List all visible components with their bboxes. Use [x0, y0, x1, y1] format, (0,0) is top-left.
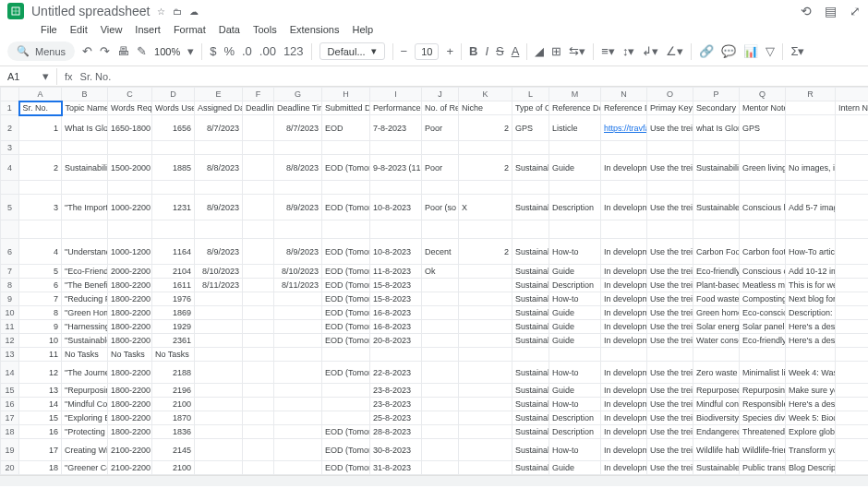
cell[interactable]: Water conservati: [693, 334, 740, 348]
cell[interactable]: EOD: [322, 115, 370, 141]
cell[interactable]: No Tasks: [62, 348, 108, 362]
cell[interactable]: Wildlife-friendly l: [740, 439, 786, 461]
cell[interactable]: [459, 220, 512, 239]
col-header[interactable]: S: [836, 88, 869, 101]
cell[interactable]: [274, 348, 322, 362]
cell[interactable]: [459, 439, 512, 461]
col-header[interactable]: F: [243, 88, 274, 101]
cell[interactable]: Reference Docum: [549, 101, 601, 115]
cell[interactable]: [195, 362, 243, 384]
cell[interactable]: Solar panel insta: [740, 320, 786, 334]
cell[interactable]: "The Importance: [62, 195, 108, 220]
cell[interactable]: EOD (Tomorrow: [322, 265, 370, 279]
cell[interactable]: 1800-2200: [108, 384, 152, 398]
cell[interactable]: Sustainable choic: [693, 195, 740, 220]
cell[interactable]: Sustainability: [512, 384, 549, 398]
cell[interactable]: 18: [19, 461, 62, 475]
cell[interactable]: "Protecting Enda: [62, 425, 108, 439]
cell[interactable]: In development: [601, 425, 647, 439]
cell[interactable]: EOD (Tomorrow: [322, 439, 370, 461]
cell[interactable]: 1500-2000: [108, 155, 152, 181]
cell[interactable]: [243, 306, 274, 320]
cell[interactable]: [422, 348, 459, 362]
cell[interactable]: "Eco-Friendly Shi: [62, 265, 108, 279]
cell[interactable]: 9: [19, 320, 62, 334]
cell[interactable]: 17: [19, 439, 62, 461]
cell[interactable]: [62, 220, 108, 239]
row-header[interactable]: 17: [1, 411, 19, 425]
cell[interactable]: [108, 181, 152, 195]
cell[interactable]: 30-8-2023: [370, 439, 422, 461]
cell[interactable]: [370, 348, 422, 362]
cell[interactable]: Intern Notes: [836, 101, 869, 115]
cell[interactable]: [836, 411, 869, 425]
cell[interactable]: In development: [601, 239, 647, 265]
cell[interactable]: Sustainability: [512, 265, 549, 279]
horizontal-scrollbar[interactable]: [0, 475, 868, 486]
cell[interactable]: [836, 384, 869, 398]
cell[interactable]: [549, 141, 601, 155]
cell[interactable]: How-to: [549, 398, 601, 411]
paint-icon[interactable]: ✎: [137, 44, 147, 58]
cell[interactable]: In development: [601, 362, 647, 384]
cell[interactable]: Mindful consump: [693, 398, 740, 411]
cell[interactable]: [836, 181, 869, 195]
cell[interactable]: Use the treillage: [647, 425, 693, 439]
cell[interactable]: [422, 398, 459, 411]
cell[interactable]: 15-8-2023: [370, 279, 422, 292]
cell[interactable]: Add 5-7 images, add 2-4 external links. …: [786, 195, 836, 220]
cell[interactable]: 1869: [152, 306, 195, 320]
col-header[interactable]: D: [152, 88, 195, 101]
cell[interactable]: [693, 181, 740, 195]
cell[interactable]: [512, 181, 549, 195]
cell[interactable]: Repurposed hom: [693, 384, 740, 398]
cell[interactable]: [322, 181, 370, 195]
cell[interactable]: [108, 220, 152, 239]
cell[interactable]: Sustainability: [512, 334, 549, 348]
cell[interactable]: [836, 334, 869, 348]
fill-icon[interactable]: ◢: [535, 44, 544, 58]
col-header[interactable]: J: [422, 88, 459, 101]
cell[interactable]: In development: [601, 195, 647, 220]
cell-ref[interactable]: A1: [7, 71, 35, 82]
cell[interactable]: Sustainability: [512, 279, 549, 292]
cell[interactable]: [370, 141, 422, 155]
cell[interactable]: [422, 279, 459, 292]
cell[interactable]: 2196: [152, 384, 195, 398]
cell[interactable]: Responsible con: [740, 398, 786, 411]
cell[interactable]: In development: [601, 320, 647, 334]
cell[interactable]: Poor (so much n: [422, 195, 459, 220]
row-header[interactable]: [1, 220, 19, 239]
cell[interactable]: [19, 181, 62, 195]
cell[interactable]: 1: [1, 101, 19, 115]
cell[interactable]: [322, 411, 370, 425]
cell[interactable]: Use the treillage: [647, 279, 693, 292]
row-header[interactable]: 2: [1, 115, 19, 141]
col-header[interactable]: G: [274, 88, 322, 101]
cell[interactable]: [243, 334, 274, 348]
cell[interactable]: 3: [19, 195, 62, 220]
cell[interactable]: In development: [601, 334, 647, 348]
cell[interactable]: EOD (Tomorrow: [322, 362, 370, 384]
strike-icon[interactable]: S: [496, 44, 504, 58]
cell[interactable]: 11: [19, 348, 62, 362]
cell[interactable]: In development: [601, 265, 647, 279]
cell[interactable]: Use the treillage: [647, 411, 693, 425]
search-menus[interactable]: 🔍Menus: [7, 42, 75, 61]
cell[interactable]: In development: [601, 306, 647, 320]
filter-icon[interactable]: ▽: [766, 44, 775, 58]
cell[interactable]: [459, 362, 512, 384]
cell[interactable]: Niche: [459, 101, 512, 115]
dec-decrease-icon[interactable]: .0: [242, 44, 252, 58]
cell[interactable]: Guide: [549, 155, 601, 181]
cell[interactable]: 1800-2200: [108, 292, 152, 306]
cell[interactable]: Zero waste living: [693, 362, 740, 384]
cell[interactable]: Sustainability, Ec: [693, 155, 740, 181]
cell[interactable]: [422, 306, 459, 320]
cell[interactable]: [243, 239, 274, 265]
row-header[interactable]: 12: [1, 334, 19, 348]
cell[interactable]: [152, 181, 195, 195]
cell[interactable]: 8/8/2023: [274, 155, 322, 181]
cell[interactable]: Here's a description: Develop a consciou…: [786, 398, 836, 411]
cell[interactable]: Sustainability: [512, 320, 549, 334]
